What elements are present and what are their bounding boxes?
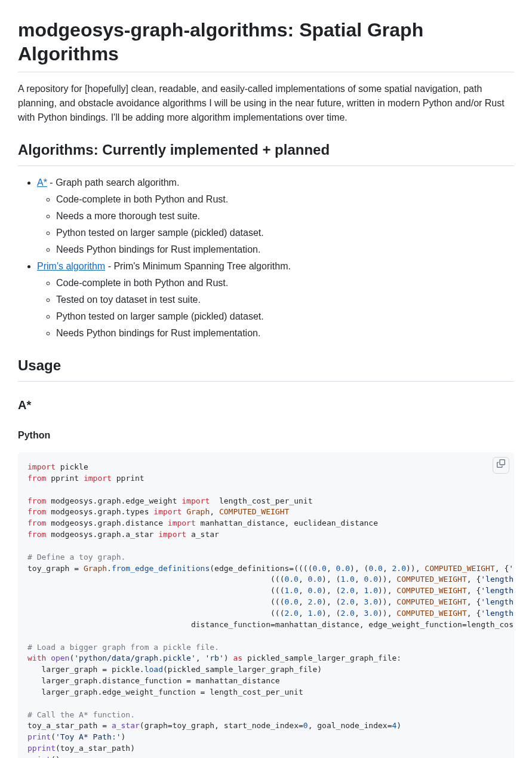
astar-subheading: A* <box>18 396 514 414</box>
python-subheading: Python <box>18 428 514 443</box>
list-item: Python tested on larger sample (pickled)… <box>56 226 514 240</box>
copy-button[interactable] <box>493 457 509 474</box>
list-item: Needs a more thorough test suite. <box>56 209 514 223</box>
list-item: Code-complete in both Python and Rust. <box>56 276 514 290</box>
page-title: modgeosys-graph-algorithms: Spatial Grap… <box>18 18 514 72</box>
list-item: Prim's algorithm - Prim's Minimum Spanni… <box>37 259 514 340</box>
usage-heading: Usage <box>18 355 514 382</box>
code-block: import pickle from pprint import pprint … <box>18 452 514 758</box>
algorithms-list: A* - Graph path search algorithm. Code-c… <box>18 176 514 340</box>
algo-description: - Prim's Minimum Spanning Tree algorithm… <box>105 261 291 271</box>
astar-link[interactable]: A* <box>37 177 47 188</box>
algorithms-heading: Algorithms: Currently implemented + plan… <box>18 139 514 166</box>
copy-icon <box>497 459 505 471</box>
list-item: Python tested on larger sample (pickled)… <box>56 309 514 324</box>
algo-description: - Graph path search algorithm. <box>47 177 179 188</box>
list-item: Tested on toy dataset in test suite. <box>56 293 514 307</box>
list-item: A* - Graph path search algorithm. Code-c… <box>37 176 514 257</box>
intro-paragraph: A repository for [hopefully] clean, read… <box>18 82 514 125</box>
code-content: import pickle from pprint import pprint … <box>27 462 505 758</box>
prim-link[interactable]: Prim's algorithm <box>37 261 105 271</box>
list-item: Code-complete in both Python and Rust. <box>56 192 514 207</box>
list-item: Needs Python bindings for Rust implement… <box>56 326 514 340</box>
list-item: Needs Python bindings for Rust implement… <box>56 243 514 257</box>
